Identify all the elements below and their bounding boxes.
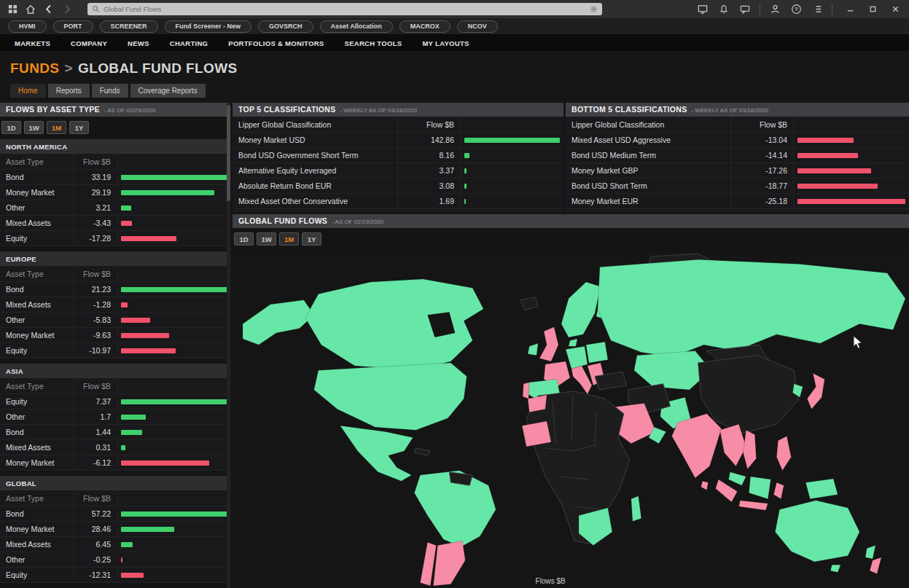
region-west-africa[interactable]	[522, 421, 551, 447]
menu-item-charting[interactable]: CHARTING	[160, 39, 219, 47]
minimize-icon[interactable]	[843, 3, 857, 15]
country-russia[interactable]	[598, 259, 905, 356]
table-row-equity[interactable]: Equity-17.28	[0, 231, 230, 246]
country-canada[interactable]	[305, 279, 483, 370]
profile-person-icon[interactable]	[768, 3, 781, 15]
app-tab-hvmi[interactable]: HVMI	[8, 20, 47, 33]
table-row-money-market-usd[interactable]: Money Market USD142.86	[233, 133, 563, 148]
home-icon[interactable]	[24, 3, 37, 15]
search-bar[interactable]	[87, 3, 602, 15]
table-row-other[interactable]: Other3.21	[0, 200, 230, 216]
table-row-mixed-asset-usd-aggressive[interactable]: Mixed Asset USD Aggressive-13.04	[566, 133, 909, 148]
world-map-choropleth[interactable]	[233, 252, 909, 588]
menu-item-my-layouts[interactable]: MY LAYOUTS	[412, 39, 479, 47]
subtab-coverage-reports[interactable]: Coverage Reports	[130, 84, 206, 98]
search-input[interactable]	[104, 5, 586, 13]
country-vietnam[interactable]	[743, 430, 756, 469]
period-button-1w[interactable]: 1W	[24, 121, 44, 134]
region-scandinavia[interactable]	[561, 282, 601, 337]
app-tab-fund-screener-new[interactable]: Fund Screener - New	[165, 20, 252, 33]
scrollbar[interactable]	[227, 103, 230, 588]
country-germany[interactable]	[566, 346, 588, 369]
menu-item-company[interactable]: COMPANY	[61, 39, 117, 47]
app-tab-asset-allocation[interactable]: Asset Allocation	[320, 20, 393, 33]
continent-africa[interactable]	[526, 391, 630, 544]
country-iceland[interactable]	[520, 297, 538, 310]
table-row-bond-usd-medium-term[interactable]: Bond USD Medium Term-14.14	[566, 148, 909, 163]
country-sri-lanka[interactable]	[701, 481, 709, 490]
app-tab-port[interactable]: PORT	[53, 20, 93, 33]
subtab-funds[interactable]: Funds	[92, 84, 128, 98]
subtab-home[interactable]: Home	[10, 84, 46, 98]
help-icon[interactable]: ?	[789, 3, 803, 15]
app-tab-screener[interactable]: SCREENER	[100, 20, 158, 33]
table-row-money-market[interactable]: Money Market29.19	[0, 185, 230, 200]
country-morocco[interactable]	[528, 395, 547, 412]
screens-icon[interactable]	[696, 3, 709, 15]
country-mexico[interactable]	[340, 426, 413, 481]
country-denmark[interactable]	[569, 339, 577, 346]
table-row-bond[interactable]: Bond1.44	[0, 425, 230, 440]
country-argentina[interactable]	[433, 541, 465, 586]
table-row-money-market[interactable]: Money Market-9.63	[0, 328, 230, 343]
country-usa[interactable]	[314, 363, 467, 430]
island-borneo[interactable]	[749, 477, 770, 499]
table-row-equity[interactable]: Equity7.37	[0, 394, 230, 409]
close-icon[interactable]	[889, 3, 902, 15]
table-row-mixed-assets[interactable]: Mixed Assets6.45	[0, 537, 230, 552]
table-row-bond[interactable]: Bond57.22	[0, 506, 230, 522]
country-australia[interactable]	[775, 501, 859, 562]
country-madagascar[interactable]	[631, 496, 641, 522]
country-ireland[interactable]	[528, 343, 538, 355]
forward-icon[interactable]	[61, 3, 74, 15]
island-tasmania[interactable]	[830, 565, 840, 572]
period-button-1d[interactable]: 1D	[1, 121, 21, 134]
breadcrumb-parent[interactable]: FUNDS	[10, 60, 59, 76]
island-sulawesi[interactable]	[773, 482, 784, 499]
island-new-guinea[interactable]	[805, 479, 838, 499]
app-tab-macrox[interactable]: MACROX	[399, 20, 450, 33]
table-row-equity[interactable]: Equity-12.31	[0, 568, 230, 583]
scrollbar-thumb[interactable]	[227, 105, 230, 201]
period-button-1m[interactable]: 1M	[279, 232, 299, 246]
country-poland[interactable]	[586, 342, 608, 363]
menu-item-portfolios-monitors[interactable]: PORTFOLIOS & MONITORS	[218, 39, 334, 47]
table-row-bond-usd-short-term[interactable]: Bond USD Short Term-18.77	[566, 179, 909, 194]
table-row-other[interactable]: Other-0.25	[0, 552, 230, 568]
search-settings-gear-icon[interactable]	[590, 3, 598, 16]
app-tab-govsrch[interactable]: GOVSRCH	[258, 20, 313, 33]
new-zealand-south[interactable]	[870, 557, 881, 574]
country-malaysia[interactable]	[729, 472, 746, 485]
table-row-bond[interactable]: Bond33.19	[0, 170, 230, 185]
app-grid-icon[interactable]	[6, 3, 19, 15]
table-row-mixed-asset-other-conservative[interactable]: Mixed Asset Other Conservative1.69	[233, 194, 563, 209]
country-uk[interactable]	[539, 327, 558, 361]
table-row-absolute-return-bond-eur[interactable]: Absolute Return Bond EUR3.08	[233, 179, 563, 194]
back-icon[interactable]	[42, 3, 55, 15]
menu-item-news[interactable]: NEWS	[117, 39, 160, 47]
table-row-bond[interactable]: Bond21.23	[0, 282, 230, 297]
menu-item-search-tools[interactable]: SEARCH TOOLS	[335, 39, 413, 47]
messages-chat-icon[interactable]	[738, 3, 752, 15]
table-row-alternative-equity-leveraged[interactable]: Alternative Equity Leveraged3.37	[233, 163, 563, 179]
table-row-money-market[interactable]: Money Market-6.12	[0, 455, 230, 471]
subtab-reports[interactable]: Reports	[48, 84, 90, 98]
maximize-icon[interactable]	[866, 3, 879, 15]
table-row-mixed-assets[interactable]: Mixed Assets-1.28	[0, 297, 230, 313]
period-button-1d[interactable]: 1D	[234, 232, 254, 246]
period-button-1m[interactable]: 1M	[47, 121, 66, 134]
island-sumatra[interactable]	[716, 479, 738, 502]
table-row-mixed-assets[interactable]: Mixed Assets0.31	[0, 440, 230, 455]
period-button-1w[interactable]: 1W	[257, 232, 276, 246]
table-row-money-market-eur[interactable]: Money Market EUR-25.18	[566, 194, 909, 209]
new-zealand-north[interactable]	[865, 545, 875, 558]
country-japan[interactable]	[807, 373, 824, 409]
country-philippines[interactable]	[776, 436, 791, 471]
table-row-other[interactable]: Other-5.83	[0, 313, 230, 328]
period-button-1y[interactable]: 1Y	[302, 232, 321, 246]
menu-item-markets[interactable]: MARKETS	[4, 39, 61, 47]
country-india[interactable]	[672, 414, 722, 478]
country-portugal[interactable]	[523, 383, 529, 399]
table-row-bond-usd-government-short-term[interactable]: Bond USD Government Short Term8.16	[233, 148, 563, 163]
table-row-mixed-assets[interactable]: Mixed Assets-3.43	[0, 216, 230, 231]
